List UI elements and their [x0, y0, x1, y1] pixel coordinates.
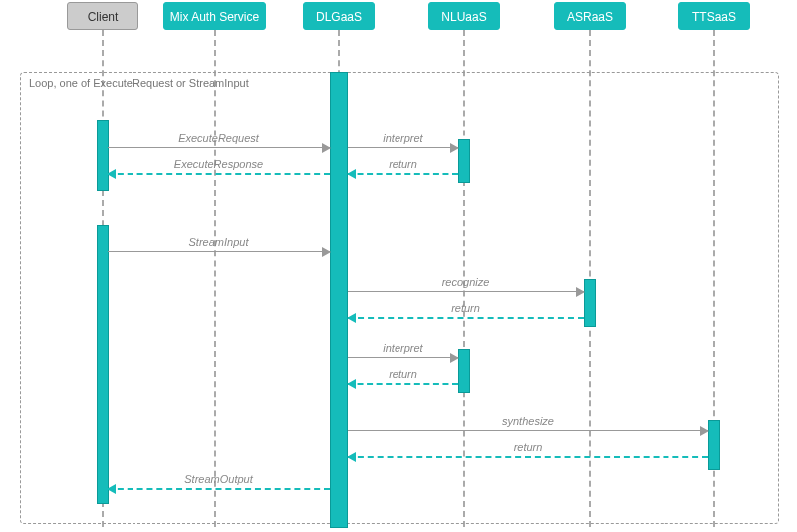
msg-stream-input: StreamInput: [108, 251, 330, 252]
msg-label: interpret: [348, 342, 458, 354]
participant-nluaas: NLUaaS: [428, 2, 500, 30]
msg-label: StreamInput: [108, 236, 330, 248]
participant-client: Client: [67, 2, 138, 30]
msg-execute-response: ExecuteResponse: [108, 173, 330, 174]
activation-nluaas-1: [458, 139, 470, 183]
msg-label: ExecuteRequest: [108, 133, 330, 144]
msg-label: ExecuteResponse: [108, 158, 330, 170]
activation-dlgaas: [330, 72, 348, 528]
msg-recognize: recognize: [348, 291, 584, 292]
msg-interpret-1: interpret: [348, 147, 458, 148]
msg-label: StreamOutput: [108, 473, 330, 485]
msg-label: return: [348, 158, 458, 170]
loop-label: Loop, one of ExecuteRequest or StreamInp…: [29, 77, 249, 89]
msg-label: return: [348, 368, 458, 380]
msg-label: synthesize: [348, 415, 708, 427]
activation-ttsaas-1: [708, 420, 720, 470]
msg-interpret-2: interpret: [348, 357, 458, 358]
participant-mixauth: Mix Auth Service: [163, 2, 266, 30]
msg-label: return: [348, 441, 708, 453]
msg-return-2: return: [348, 317, 584, 318]
msg-stream-output: StreamOutput: [108, 488, 330, 489]
activation-nluaas-2: [458, 349, 470, 393]
activation-asraas-1: [584, 279, 596, 327]
msg-return-1: return: [348, 173, 458, 174]
msg-return-4: return: [348, 456, 708, 457]
msg-return-3: return: [348, 383, 458, 384]
msg-label: return: [348, 302, 584, 314]
activation-client-2: [97, 225, 109, 504]
msg-execute-request: ExecuteRequest: [108, 147, 330, 148]
msg-label: recognize: [348, 276, 584, 288]
msg-label: interpret: [348, 133, 458, 144]
participant-dlgaas: DLGaaS: [303, 2, 375, 30]
participant-asraas: ASRaaS: [554, 2, 626, 30]
msg-synthesize: synthesize: [348, 430, 708, 431]
activation-client-1: [97, 120, 109, 191]
participant-ttsaas: TTSaaS: [678, 2, 750, 30]
